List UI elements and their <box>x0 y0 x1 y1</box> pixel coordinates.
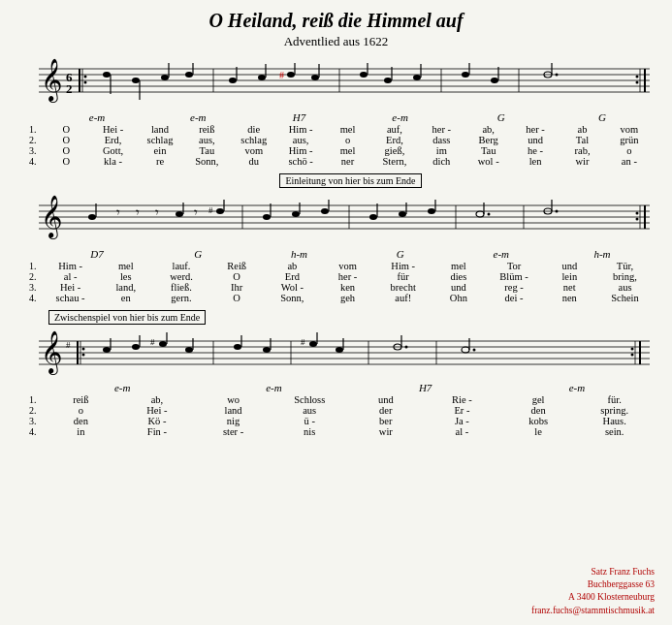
section-label-1: Einleitung von hier bis zum Ende <box>279 173 421 188</box>
svg-point-18 <box>185 72 193 78</box>
svg-point-40 <box>491 78 498 83</box>
svg-point-103 <box>82 354 85 357</box>
chord-row-3: e-m e-m H7 e-m <box>19 382 653 393</box>
svg-point-75 <box>369 214 377 220</box>
lyrics-row-2-2: 2. al - les werd. O Erd her - für dies B… <box>19 271 653 282</box>
svg-text:#: # <box>150 337 155 347</box>
svg-point-109 <box>159 341 167 347</box>
chord-em3: e-m <box>350 111 451 123</box>
chord-em2: e-m <box>147 111 248 123</box>
footer-line1: Satz Franz Fuchs <box>531 566 655 578</box>
svg-point-79 <box>428 208 435 214</box>
staff-section-1: 𝄞 6 2 # <box>19 53 653 167</box>
svg-point-102 <box>82 348 85 351</box>
chord-row-1: e-m e-m H7 e-m G G <box>19 111 653 123</box>
lyrics-row-3-1: 1. reiß ab, wo Schloss und Rie - gel für… <box>19 394 653 405</box>
lyrics-row-1-2: 2. O Erd, schlag aus, schlag aus, o Erd,… <box>19 135 653 145</box>
page: O Heiland, reiß die Himmel auf Adventlie… <box>0 0 672 625</box>
chord-hm2: h-m <box>552 248 653 260</box>
svg-point-61 <box>176 211 183 217</box>
svg-point-106 <box>132 344 140 350</box>
svg-point-56 <box>88 214 96 220</box>
svg-point-14 <box>132 78 140 83</box>
svg-point-70 <box>292 211 300 217</box>
footer-line4: franz.fuchs@stammtischmusik.at <box>531 605 655 617</box>
svg-point-104 <box>103 347 111 353</box>
footer: Satz Franz Fuchs Buchberggasse 63 A 3400… <box>531 566 655 617</box>
page-title: O Heiland, reiß die Himmel auf <box>19 10 653 32</box>
svg-point-92 <box>636 218 639 221</box>
svg-point-33 <box>384 78 392 83</box>
chord-h7: H7 <box>248 111 349 123</box>
svg-point-26 <box>287 72 295 78</box>
svg-point-65 <box>216 208 224 214</box>
chord-g3: G <box>147 248 248 260</box>
lyrics-row-3-2: 2. o Hei - land aus der Er - den spring. <box>19 405 653 416</box>
chord-h72: H7 <box>350 382 501 393</box>
chord-g4: G <box>350 248 451 260</box>
svg-text:#: # <box>66 340 71 350</box>
staff-1: 𝄞 6 2 # <box>19 53 653 111</box>
lyrics-row-1-1: 1. O Hei - land reiß die Him - mel auf, … <box>19 124 653 135</box>
svg-point-21 <box>229 78 237 83</box>
svg-point-11 <box>84 81 87 84</box>
svg-point-84 <box>488 213 491 216</box>
svg-point-16 <box>161 75 169 80</box>
staff-section-2: Einleitung von hier bis zum Ende 𝄞 𝄾 𝄾 𝄾… <box>19 171 653 303</box>
svg-text:#: # <box>301 337 305 347</box>
svg-text:𝄾: 𝄾 <box>116 209 120 215</box>
section-label-2: Zwischenspiel von hier bis zum Ende <box>48 310 206 325</box>
svg-point-131 <box>473 349 476 352</box>
lyrics-row-2-3: 3. Hei - land, fließ. Ihr Wol - ken brec… <box>19 282 653 293</box>
lyrics-row-3-4: 4. in Fin - ster - nis wir al - le sein. <box>19 426 653 437</box>
svg-text:𝄾: 𝄾 <box>155 209 159 215</box>
svg-text:𝄾: 𝄾 <box>136 209 140 215</box>
svg-point-38 <box>462 72 469 78</box>
page-subtitle: Adventlied aus 1622 <box>19 34 653 49</box>
chord-hm1: h-m <box>248 248 349 260</box>
staff-3: 𝄞 # # <box>19 328 653 382</box>
svg-text:#: # <box>279 70 284 80</box>
svg-point-88 <box>556 210 559 213</box>
svg-point-111 <box>185 347 193 353</box>
lyrics-row-1-3: 3. O Gott, ein Tau vom Him - mel gieß, i… <box>19 145 653 156</box>
svg-text:𝄾: 𝄾 <box>194 209 198 215</box>
staff-2: 𝄞 𝄾 𝄾 𝄾 𝄾 # <box>19 192 653 248</box>
svg-point-72 <box>321 208 329 214</box>
chord-g2: G <box>552 111 653 123</box>
svg-point-28 <box>311 75 319 80</box>
chord-row-2: D7 G h-m G e-m h-m <box>19 248 653 260</box>
chord-em1: e-m <box>47 111 147 123</box>
lyrics-row-2-1: 1. Him - mel lauf. Reiß ab vom Him - mel… <box>19 261 653 271</box>
svg-point-114 <box>234 344 241 350</box>
lyrics-row-2-4: 4. schau - en gern. O Sonn, geh auf! Ohn… <box>19 293 653 303</box>
svg-point-31 <box>360 72 368 78</box>
chord-g1: G <box>451 111 552 123</box>
svg-point-122 <box>336 347 343 353</box>
svg-point-91 <box>636 212 639 215</box>
svg-point-129 <box>462 347 469 353</box>
lyrics-row-1-4: 4. O kla - re Sonn, du schö - ner Stern,… <box>19 156 653 167</box>
chord-d7: D7 <box>47 248 147 260</box>
svg-point-23 <box>258 75 266 80</box>
svg-point-135 <box>631 354 634 357</box>
svg-point-134 <box>631 348 634 351</box>
footer-line2: Buchberggasse 63 <box>531 578 655 591</box>
footer-line3: A 3400 Klosterneuburg <box>531 591 655 604</box>
svg-text:𝄞: 𝄞 <box>41 58 62 104</box>
lyrics-row-3-3: 3. den Kö - nig ü - ber Ja - kobs Haus. <box>19 416 653 426</box>
svg-point-82 <box>476 211 484 217</box>
chord-em6: e-m <box>198 382 349 393</box>
svg-point-10 <box>84 76 87 78</box>
svg-text:𝄞: 𝄞 <box>41 195 62 240</box>
chord-em4: e-m <box>451 248 552 260</box>
chord-em5: e-m <box>47 382 198 393</box>
svg-point-49 <box>636 81 639 84</box>
svg-text:#: # <box>208 205 213 215</box>
svg-point-35 <box>413 75 421 80</box>
svg-point-68 <box>263 214 271 220</box>
svg-point-120 <box>309 341 317 347</box>
svg-text:2: 2 <box>66 81 73 96</box>
svg-point-127 <box>405 346 408 349</box>
svg-point-12 <box>103 72 111 78</box>
